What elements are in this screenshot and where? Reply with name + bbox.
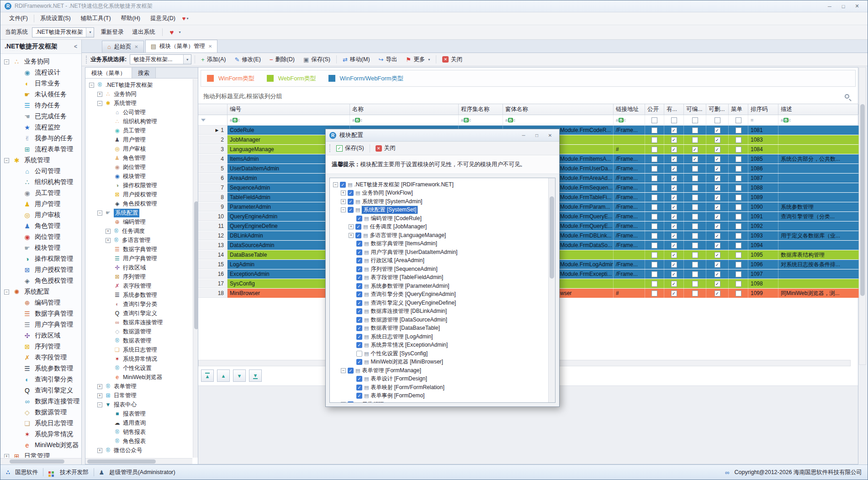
module-tree-item[interactable]: −✱系统管理 [85,99,192,108]
grid-cell[interactable]: ✓ [664,260,684,269]
module-tree-item[interactable]: Q查询引擎定义 [85,309,192,318]
visibility-checkbox[interactable]: ✓ [348,207,354,213]
sidebar-item[interactable]: ☰用户字典管理 [0,319,81,330]
row-checkbox[interactable] [692,290,698,296]
visibility-checkbox[interactable]: ✓ [348,190,354,196]
dialog-tree-item[interactable]: ✓▤查询引擎定义 [QueryEngineDefine] [331,299,548,307]
grid-cell[interactable] [778,126,859,135]
grid-cell[interactable]: ✓ [664,250,684,259]
collapse-icon[interactable]: − [97,101,102,106]
row-checkbox[interactable]: ✓ [715,290,720,296]
chevron-down-icon[interactable]: ▾ [187,16,189,21]
row-checkbox[interactable]: ✓ [715,281,720,287]
row-checkbox[interactable] [692,185,698,191]
dialog-tree-item[interactable]: ✓▤数据库连接管理 [DBLinkAdmin] [331,307,548,316]
dialog-tree-item[interactable]: ✓▤表单设计 [FormDesign] [331,375,548,384]
row-checkbox[interactable]: ✓ [671,214,677,220]
grid-cell[interactable] [684,241,706,250]
row-checkbox[interactable] [736,156,741,162]
filter-checkbox[interactable] [671,117,677,123]
column-header[interactable]: 排序码 [748,104,778,115]
grid-cell[interactable]: 系统公共部分，公共数... [778,154,859,164]
row-indicator[interactable]: 7 [198,183,228,192]
expand-icon[interactable]: + [341,199,346,204]
grid-cell[interactable] [778,183,859,192]
row-checkbox[interactable] [692,271,698,277]
row-checkbox[interactable] [692,243,698,248]
visibility-checkbox[interactable]: ✓ [356,325,362,331]
row-checkbox[interactable] [736,252,741,258]
grid-cell[interactable]: /Frame... [614,126,645,135]
grid-cell[interactable]: ✓ [664,279,684,288]
module-tree-item[interactable]: ◇数据源管理 [85,327,192,336]
grid-cell[interactable] [645,145,664,154]
close-button[interactable]: ✕ [851,2,863,11]
grid-cell[interactable]: ✓ [664,241,684,250]
module-tree-item[interactable]: ❏系统日志管理 [85,345,192,354]
grid-cell[interactable] [684,250,706,259]
grid-cell[interactable] [684,222,706,231]
row-checkbox[interactable]: ✓ [671,243,677,248]
sidebar-item[interactable]: ◎用户审核 [0,210,81,221]
dialog-tree-item[interactable]: ✓▤系统参数管理 [ParameterAdmin] [331,282,548,290]
dialog-maximize-button[interactable]: □ [531,132,542,139]
grid-cell[interactable] [729,135,748,144]
row-checkbox[interactable] [692,204,698,210]
sidebar-item[interactable]: −✺系统配置 [0,286,81,297]
row-checkbox[interactable] [692,166,698,172]
grid-cell[interactable] [729,260,748,269]
visibility-checkbox[interactable]: ✓ [355,232,361,238]
grid-cell[interactable]: 数据库表结构管理 [778,250,859,259]
minimize-button[interactable]: ─ [823,2,836,11]
expand-icon[interactable]: + [349,224,354,229]
grid-cell[interactable] [645,241,664,250]
row-checkbox[interactable]: ✓ [671,137,677,143]
row-checkbox[interactable]: ✓ [671,252,677,258]
grid-cell[interactable] [684,183,706,192]
dialog-tree-item[interactable]: ✓▤行政区域 [AreaAdmin] [331,257,548,265]
row-checkbox[interactable] [692,137,698,143]
grid-cell[interactable]: 1091 [748,212,778,221]
grid-cell[interactable] [645,250,664,259]
grid-cell[interactable] [778,174,859,183]
row-checkbox[interactable]: ✓ [715,185,720,191]
module-tree-item[interactable]: ⊠序列管理 [85,272,192,281]
sidebar-item[interactable]: ✶系统异常情况 [0,429,81,440]
row-checkbox[interactable] [692,233,698,239]
module-tree-item[interactable]: ⌂公司管理 [85,108,192,117]
row-indicator[interactable]: 11 [198,222,228,231]
dialog-tree-item[interactable]: ✓▤数据源管理 [DataSourceAdmin] [331,316,548,324]
grid-vertical-scrollbar[interactable] [859,67,866,365]
filter-funnel-icon[interactable] [201,119,206,121]
module-tree-item[interactable]: +∴业务协同 [85,90,192,99]
collapse-icon[interactable]: − [4,59,9,64]
dialog-tree-item[interactable]: ✓▤表单映射 [Form/FormRelation] [331,383,548,392]
grid-cell[interactable]: 系统参数管理 [778,202,859,211]
menu-help[interactable]: 帮助(H) [116,13,145,24]
row-indicator[interactable]: 4 [198,154,228,164]
visibility-checkbox[interactable]: ✓ [356,216,362,222]
visibility-checkbox[interactable]: ✓ [348,368,354,374]
expand-icon[interactable]: + [349,233,354,238]
row-checkbox[interactable] [651,127,657,133]
grid-cell[interactable]: /Frame... [614,260,645,269]
module-tree-item[interactable]: ⊠用户授权管理 [85,190,192,199]
dialog-tree-item[interactable]: +✓▤日常管理 [331,400,548,402]
row-checkbox[interactable] [692,195,698,200]
collapse-panel-icon[interactable]: < [74,43,77,50]
grid-cell[interactable]: ✓ [664,269,684,279]
maximize-button[interactable]: □ [837,2,850,11]
grid-cell[interactable]: 同MiniWeb浏览器，浏... [778,289,859,298]
sidebar-item[interactable]: ◑操作权限管理 [0,253,81,264]
grid-cell[interactable] [684,193,706,202]
visibility-checkbox[interactable]: ✓ [348,199,354,205]
module-tree-item[interactable]: ∴组织机构管理 [85,117,192,126]
visibility-checkbox[interactable]: ✓ [356,241,362,247]
grid-cell[interactable]: ✓ [664,126,684,135]
grid-cell[interactable]: ✓ [706,222,729,231]
expand-icon[interactable]: + [4,454,9,458]
menu-file[interactable]: 文件(F) [4,13,33,24]
visibility-checkbox[interactable]: ✓ [356,376,362,382]
column-header[interactable]: 可编... [684,104,706,115]
row-indicator[interactable]: 14 [198,250,228,259]
